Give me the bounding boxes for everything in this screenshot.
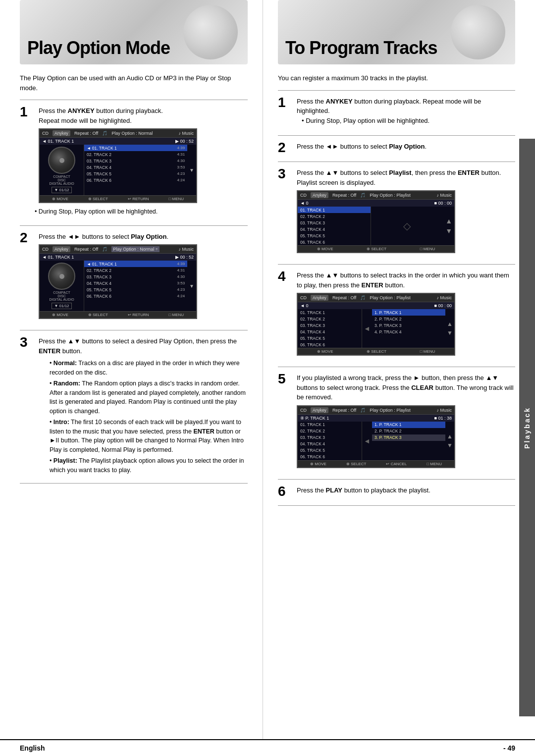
step-1-note: During Stop, Play option will be highlig…: [39, 207, 248, 216]
footer-menu-2: □ MENU: [168, 313, 184, 317]
screen-p1-current: ◄ 0: [300, 201, 308, 206]
right-header-disc: [451, 5, 505, 59]
scroll-icon-2: ▼: [187, 261, 196, 311]
track-list-item: 03. TRACK 34:30: [84, 273, 187, 280]
step-1-text: Press the ANYKEY button during playback.…: [39, 106, 248, 125]
right-divider-7: [278, 505, 515, 506]
playlist-track: 06. TRACK 6: [298, 341, 362, 348]
screen-p1-body: 01. TRACK 1 02. TRACK 2 03. TRACK 3 04. …: [298, 207, 454, 245]
track-list-item: ◄ 01. TRACK 14:39: [84, 145, 187, 151]
p-track: 3. P. TRACK 3: [372, 434, 445, 441]
playlist-track: 01. TRACK 1: [298, 309, 362, 316]
footer-move-2: ⊕ MOVE: [52, 313, 68, 317]
track-list-item: 05. TRACK 54:23: [84, 170, 187, 177]
left-step-1: 1 Press the ANYKEY button during playbac…: [20, 106, 248, 218]
playlist-track: 04. TRACK 4: [298, 441, 362, 447]
screen-p2-right: 1. P. TRACK 1 2. P. TRACK 2 3. P. TRACK …: [372, 309, 445, 348]
p-track: 1. P. TRACK 1: [372, 309, 445, 316]
screen-1-header: CD Anykey Repeat : Off 🎵 Play Option : N…: [40, 129, 196, 138]
right-step-4-number: 4: [278, 270, 292, 283]
screen-2-track-list: ◄ 01. TRACK 14:39 02. TRACK 24:31 03. TR…: [84, 261, 187, 299]
screen-p2-header: CD Anykey Repeat : Off 🎵 Play Option : P…: [298, 294, 454, 302]
footer-select-2: ⊕ SELECT: [88, 313, 108, 317]
playback-sidebar-text: Playback: [523, 407, 531, 449]
screen-2-track-header: ◄ 01. TRACK 1 ▶ 00 : 52: [40, 254, 196, 261]
right-step-2-number: 2: [278, 141, 292, 155]
right-header: To Program Tracks: [278, 0, 515, 64]
right-step-3-content: Press the ▲▼ buttons to select Playlist,…: [297, 168, 515, 257]
screen-p1-option: Play Option : Playlist: [370, 193, 411, 198]
screen-p1-footer: ⊕ MOVE ⊕ SELECT □ MENU: [298, 245, 454, 252]
right-step-2-content: Press the ◄► buttons to select Play Opti…: [297, 142, 515, 155]
screen-1-disc-label: COMPACTDISCDIGITAL AUDIO: [49, 175, 74, 185]
bullet-playlist: • Playlist: The Playlist playback option…: [39, 456, 248, 475]
divider-3: [20, 330, 248, 330]
playlist-track: 04. TRACK 4: [298, 328, 362, 335]
screen-p1-cd: CD: [300, 193, 307, 198]
screen-p1-track-header: ◄ 0 ■ 00 : 00: [298, 200, 454, 207]
screen-1-header-left: CD Anykey Repeat : Off 🎵 Play Option : N…: [42, 130, 153, 136]
screen-p2-option: Play Option : Playlist: [370, 295, 411, 300]
screen-p2-current: ◄ 0: [300, 303, 308, 308]
screen-p1-time: ■ 00 : 00: [434, 201, 452, 206]
screen-p1-tracks: 01. TRACK 1 02. TRACK 2 03. TRACK 3 04. …: [298, 207, 371, 245]
screen-playlist-3: CD Anykey Repeat : Off 🎵 Play Option : P…: [297, 405, 455, 468]
screen-2-current-track: ◄ 01. TRACK 1: [42, 255, 74, 260]
screen-mockup-1: CD Anykey Repeat : Off 🎵 Play Option : N…: [39, 128, 197, 203]
screen-p2-header-left: CD Anykey Repeat : Off 🎵 Play Option : P…: [300, 295, 411, 301]
screen-p2-body: 01. TRACK 1 02. TRACK 2 03. TRACK 3 04. …: [298, 309, 454, 348]
track-list-item: 04. TRACK 4: [298, 226, 371, 232]
screen-p3-cd: CD: [300, 408, 307, 413]
screen-p2-track-header: ◄ 0 ■ 00 : 00: [298, 302, 454, 309]
left-title: Play Option Mode: [27, 39, 170, 57]
track-list-item: 05. TRACK 5: [298, 232, 371, 239]
screen-p1-anykey: Anykey: [311, 192, 328, 198]
footer-select-p1: ⊕ SELECT: [367, 247, 386, 251]
p-track: 3. P. TRACK 3: [372, 322, 445, 328]
right-step-4-text: Press the ▲▼ buttons to select tracks in…: [297, 270, 515, 290]
right-step-3-text: Press the ▲▼ buttons to select Playlist,…: [297, 168, 515, 187]
screen-p3-anykey: Anykey: [311, 407, 328, 413]
divider-2: [20, 225, 248, 226]
screen-2-header: CD Anykey Repeat : Off 🎵 Play Option : N…: [40, 245, 196, 254]
step-1-content: Press the ANYKEY button during playback.…: [39, 106, 248, 218]
left-intro: The Play Option can be used with an Audi…: [20, 73, 248, 93]
right-title: To Program Tracks: [285, 39, 437, 57]
track-list-item: 06. TRACK 6: [298, 239, 371, 245]
right-step-5-number: 5: [278, 372, 292, 386]
screen-p3-option: Play Option : Playlist: [370, 408, 411, 413]
screen-2-footer: ⊕ MOVE ⊕ SELECT ↩ RETURN □ MENU: [40, 311, 196, 318]
right-step-1-number: 1: [278, 96, 292, 109]
track-list-item: 02. TRACK 2: [298, 213, 371, 219]
screen-p2-anykey: Anykey: [311, 295, 328, 301]
right-divider-3: [278, 162, 515, 162]
screen-2-icon: 🎵: [102, 247, 107, 252]
playlist-track: 05. TRACK 5: [298, 335, 362, 341]
right-column: To Program Tracks You can register a max…: [263, 0, 535, 739]
track-list-item: 02. TRACK 24:31: [84, 151, 187, 158]
right-intro: You can register a maximum 30 tracks in …: [278, 73, 515, 83]
right-step-1: 1 Press the ANYKEY button during playbac…: [278, 97, 515, 129]
screen-2-option: Play Option : Normal ÷: [111, 246, 159, 252]
screen-1-disc-num: ▼ 01/12: [52, 187, 71, 193]
screen-p3-time: ■ 01 : 38: [434, 416, 452, 421]
right-divider-5: [278, 367, 515, 367]
screen-p3-header: CD Anykey Repeat : Off 🎵 Play Option : P…: [298, 406, 454, 415]
divider-4: [20, 483, 248, 484]
right-divider-1: [278, 90, 515, 91]
screen-p1-track-list: 01. TRACK 1 02. TRACK 2 03. TRACK 3 04. …: [298, 207, 371, 245]
right-step-5-content: If you playlisted a wrong track, press t…: [297, 373, 515, 472]
left-step-3: 3 Press the ▲▼ buttons to select a desir…: [20, 336, 248, 476]
screen-2-anykey: Anykey: [53, 246, 70, 252]
screen-playlist-1: CD Anykey Repeat : Off 🎵 Play Option : P…: [297, 190, 455, 253]
footer-cancel-p3: ↩ CANCEL: [386, 462, 407, 466]
right-divider-4: [278, 264, 515, 265]
screen-p1-icon: 🎵: [360, 193, 366, 198]
screen-p3-icon: 🎵: [360, 408, 366, 413]
screen-playlist-2: CD Anykey Repeat : Off 🎵 Play Option : P…: [297, 293, 455, 356]
playlist-track: 05. TRACK 5: [298, 447, 362, 454]
footer-move-p1: ⊕ MOVE: [317, 247, 333, 251]
screen-1-track-list: ◄ 01. TRACK 14:39 02. TRACK 24:31 03. TR…: [84, 145, 187, 183]
right-divider-6: [278, 479, 515, 480]
screen-p3-music: ♪ Music: [436, 408, 452, 413]
